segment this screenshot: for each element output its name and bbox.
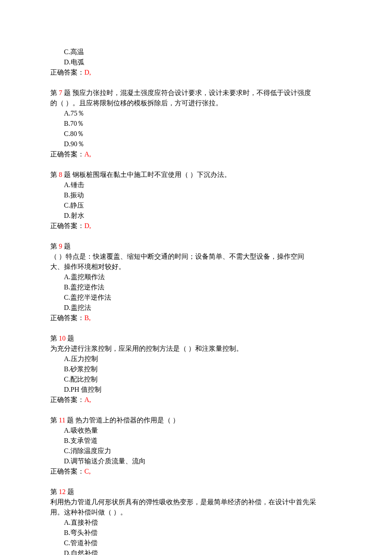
option-text: B.振动 [64,191,84,199]
q8-option-d: D.射水 [50,211,342,221]
option-text: D.电弧 [64,58,84,66]
option-text: B.砂浆控制 [64,365,98,373]
option-text: A.直接补偿 [64,519,98,526]
stem-text: 的（ ）。且应将限制位移的模板拆除后，方可进行张拉。 [50,99,222,107]
q8-answer: 正确答案：D, [50,221,342,231]
q12-stem-line1: 利用热力管道几何形状所具有的弹性吸收热变形，是最简单经济的补偿，在设计中首先采 [50,497,342,507]
q-prefix: 第 [50,89,59,96]
answer-label: 正确答案： [50,468,84,475]
q-number: 9 [59,243,62,250]
q9-stem-line1: （ ）特点是：快速覆盖、缩短中断交通的时间；设备简单、不需大型设备，操作空间 [50,251,342,262]
q7-stem-line1: 第 7 题 预应力张拉时，混凝土强度应符合设计要求，设计未要求时，不得低于设计强… [50,88,342,98]
option-text: C.配比控制 [64,376,98,383]
q9-option-c: C.盖挖半逆作法 [50,292,342,303]
q-suffix: 题 预应力张拉时，混凝土强度应符合设计要求，设计未要求时，不得低于设计强度 [62,89,311,96]
q-prefix: 第 [50,416,59,424]
q-suffix: 题 钢板桩围堰在黏土中施工时不宜使用（ ）下沉办法。 [62,171,231,178]
option-text: A.盖挖顺作法 [64,273,105,280]
page: C.高温 D.电弧 正确答案：D, 第 7 题 预应力张拉时，混凝土强度应符合设… [0,0,392,555]
q8-option-b: B.振动 [50,190,342,200]
q11-option-d: D.调节输送介质流量、流向 [50,456,342,466]
option-text: D.90％ [64,140,84,147]
option-text: D.PH 值控制 [64,386,101,393]
q6-answer: 正确答案：D, [50,67,342,78]
q-prefix: 第 [50,335,59,342]
stem-text: 利用热力管道几何形状所具有的弹性吸收热变形，是最简单经济的补偿，在设计中首先采 [50,498,316,506]
option-text: D.自然补偿 [64,549,98,555]
q10-option-b: B.砂浆控制 [50,364,342,374]
q-number: 12 [59,488,66,495]
q-number: 7 [59,89,62,96]
q9-answer: 正确答案：B, [50,313,342,323]
q-prefix: 第 [50,171,59,178]
q9-option-b: B.盖挖逆作法 [50,282,342,292]
answer-value: D, [84,222,91,229]
q10-option-c: C.配比控制 [50,374,342,384]
option-text: C.80％ [64,130,84,137]
spacer [50,477,342,487]
q6-option-c: C.高温 [50,47,342,57]
q11-stem: 第 11 题 热力管道上的补偿器的作用是（ ） [50,415,342,425]
answer-value: A, [84,150,91,158]
option-text: B.盖挖逆作法 [64,283,104,291]
q9-header: 第 9 题 [50,241,342,251]
answer-label: 正确答案： [50,69,84,76]
q7-stem-line2: 的（ ）。且应将限制位移的模板拆除后，方可进行张拉。 [50,98,342,108]
option-text: A.75％ [64,110,84,117]
option-text: B.70％ [64,120,84,127]
answer-label: 正确答案： [50,314,84,321]
q-prefix: 第 [50,243,59,250]
answer-value: C, [84,468,91,475]
q-suffix: 题 [62,243,71,250]
q12-option-d: D.自然补偿 [50,548,342,555]
q-suffix: 题 [66,335,74,342]
option-text: B.弯头补偿 [64,529,98,536]
option-text: A.锤击 [64,181,84,188]
q8-option-c: C.静压 [50,200,342,211]
q-suffix: 题 [66,488,74,495]
spacer [50,159,342,170]
stem-text: 为充分进行注浆控制，应采用的控制方法是（ ）和注浆量控制。 [50,345,243,352]
q7-answer: 正确答案：A, [50,149,342,159]
option-text: D.盖挖法 [64,304,91,311]
q10-header: 第 10 题 [50,333,342,344]
answer-label: 正确答案： [50,150,84,158]
q11-option-c: C.消除温度应力 [50,446,342,456]
q7-option-b: B.70％ [50,119,342,129]
q10-option-d: D.PH 值控制 [50,384,342,395]
q-prefix: 第 [50,488,59,495]
q10-answer: 正确答案：A, [50,395,342,405]
option-text: C.管道补偿 [64,539,98,546]
q7-option-d: D.90％ [50,139,342,149]
q12-header: 第 12 题 [50,487,342,497]
q12-option-a: A.直接补偿 [50,517,342,528]
q11-option-b: B.支承管道 [50,436,342,446]
q12-option-c: C.管道补偿 [50,538,342,548]
q10-option-a: A.压力控制 [50,354,342,364]
q-number: 8 [59,171,62,178]
option-text: A.压力控制 [64,355,98,362]
q-number: 10 [59,335,66,342]
q10-stem-line1: 为充分进行注浆控制，应采用的控制方法是（ ）和注浆量控制。 [50,344,342,354]
answer-label: 正确答案： [50,222,84,229]
q12-option-b: B.弯头补偿 [50,528,342,538]
q7-option-a: A.75％ [50,108,342,119]
spacer [50,231,342,241]
q11-answer: 正确答案：C, [50,466,342,477]
q9-option-d: D.盖挖法 [50,303,342,313]
answer-value: B, [84,314,91,321]
q11-option-a: A.吸收热量 [50,425,342,436]
q8-option-a: A.锤击 [50,180,342,190]
q9-stem-line2: 大、操作环境相对较好。 [50,262,342,272]
answer-label: 正确答案： [50,396,84,403]
q8-stem: 第 8 题 钢板桩围堰在黏土中施工时不宜使用（ ）下沉办法。 [50,170,342,180]
option-text: D.射水 [64,212,84,219]
q-suffix: 题 热力管道上的补偿器的作用是（ ） [65,416,179,424]
option-text: C.盖挖半逆作法 [64,294,111,301]
stem-text: 用。这种补偿叫做（ ）。 [50,509,127,516]
q9-option-a: A.盖挖顺作法 [50,272,342,282]
spacer [50,405,342,415]
option-text: B.支承管道 [64,437,98,444]
spacer [50,78,342,88]
option-text: C.静压 [64,202,84,209]
